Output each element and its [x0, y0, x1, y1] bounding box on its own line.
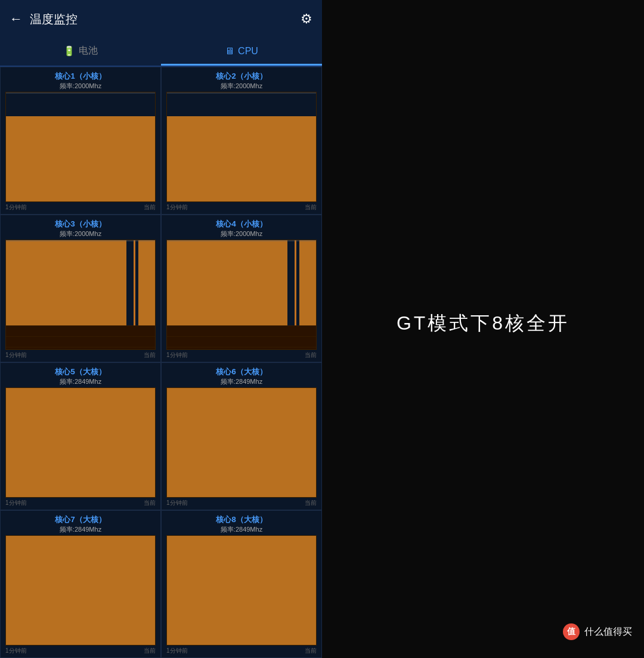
watermark-icon: 值 [563, 623, 580, 640]
core-7-labels: 1分钟前 当前 [5, 647, 156, 655]
core-card-5: 核心5（大核） 频率:2849Mhz 1分钟前 当前 [0, 362, 161, 510]
core-6-labels: 1分钟前 当前 [166, 499, 317, 507]
chart-label-right-5: 当前 [144, 499, 156, 507]
core-8-title: 核心8（大核） [166, 514, 317, 525]
core-3-labels: 1分钟前 当前 [5, 351, 156, 359]
core-4-chart [166, 240, 317, 350]
core-2-freq: 频率:2000Mhz [166, 82, 317, 91]
chart-label-right-7: 当前 [144, 647, 156, 655]
back-button[interactable]: ← [10, 11, 23, 27]
core-3-title: 核心3（小核） [5, 219, 156, 229]
core-card-6: 核心6（大核） 频率:2849Mhz 1分钟前 当前 [161, 362, 322, 510]
core-1-chart [5, 92, 156, 202]
header-left: ← 温度监控 [10, 11, 78, 27]
app-panel: ← 温度监控 ⚙ 🔋 电池 🖥 CPU 核心1（小核） 频率:2000Mhz 1 [0, 0, 322, 658]
tab-cpu[interactable]: 🖥 CPU [161, 38, 322, 66]
page-title: 温度监控 [30, 11, 78, 27]
core-1-title: 核心1（小核） [5, 71, 156, 82]
chart-label-right-6: 当前 [305, 499, 317, 507]
core-1-freq: 频率:2000Mhz [5, 82, 156, 91]
chart-label-right-3: 当前 [144, 351, 156, 359]
core-card-4: 核心4（小核） 频率:2000Mhz 1分钟前 当前 [161, 215, 322, 362]
core-card-8: 核心8（大核） 频率:2849Mhz 1分钟前 当前 [161, 510, 322, 658]
core-5-labels: 1分钟前 当前 [5, 499, 156, 507]
core-4-labels: 1分钟前 当前 [166, 351, 317, 359]
core-1-labels: 1分钟前 当前 [5, 203, 156, 212]
core-8-freq: 频率:2849Mhz [166, 525, 317, 534]
chart-label-left: 1分钟前 [5, 203, 27, 212]
core-7-title: 核心7（大核） [5, 514, 156, 525]
core-6-title: 核心6（大核） [166, 367, 317, 377]
core-card-3: 核心3（小核） 频率:2000Mhz 1分钟前 当前 [0, 215, 161, 362]
core-8-chart [166, 535, 317, 645]
header: ← 温度监控 ⚙ [0, 0, 322, 38]
chart-label-left-8: 1分钟前 [166, 647, 188, 655]
tab-battery[interactable]: 🔋 电池 [0, 38, 161, 66]
chart-label-left-5: 1分钟前 [5, 499, 27, 507]
chart-label-left-3: 1分钟前 [5, 351, 27, 359]
tab-battery-label: 电池 [79, 45, 98, 57]
core-7-chart [5, 535, 156, 645]
chart-label-left-6: 1分钟前 [166, 499, 188, 507]
settings-icon[interactable]: ⚙ [301, 11, 312, 27]
tab-bar: 🔋 电池 🖥 CPU [0, 38, 322, 67]
core-2-title: 核心2（小核） [166, 71, 317, 82]
core-7-freq: 频率:2849Mhz [5, 525, 156, 534]
core-3-chart [5, 240, 156, 350]
battery-icon: 🔋 [63, 45, 75, 57]
cores-grid: 核心1（小核） 频率:2000Mhz 1分钟前 当前 核心2（小核） 频率:20… [0, 67, 322, 658]
annotation-text: GT模式下8核全开 [397, 311, 569, 337]
core-4-title: 核心4（小核） [166, 219, 317, 229]
chart-label-right-4: 当前 [305, 351, 317, 359]
core-5-chart [5, 387, 156, 498]
chart-label-right-8: 当前 [305, 647, 317, 655]
core-4-freq: 频率:2000Mhz [166, 229, 317, 238]
core-6-chart [166, 387, 317, 498]
chart-label-left-7: 1分钟前 [5, 647, 27, 655]
core-2-chart [166, 92, 317, 202]
core-card-1: 核心1（小核） 频率:2000Mhz 1分钟前 当前 [0, 67, 161, 215]
core-2-labels: 1分钟前 当前 [166, 203, 317, 212]
core-3-freq: 频率:2000Mhz [5, 229, 156, 238]
core-5-freq: 频率:2849Mhz [5, 377, 156, 386]
core-card-7: 核心7（大核） 频率:2849Mhz 1分钟前 当前 [0, 510, 161, 658]
watermark-label: 什么值得买 [584, 626, 632, 638]
chart-label-left-4: 1分钟前 [166, 351, 188, 359]
watermark: 值 什么值得买 [563, 623, 632, 640]
chart-label-left-2: 1分钟前 [166, 203, 188, 212]
core-5-title: 核心5（大核） [5, 367, 156, 377]
right-panel: GT模式下8核全开 值 什么值得买 [322, 0, 644, 658]
tab-cpu-label: CPU [238, 46, 258, 57]
chart-label-right-2: 当前 [305, 203, 317, 212]
chart-label-right: 当前 [144, 203, 156, 212]
cpu-icon: 🖥 [225, 46, 234, 57]
core-6-freq: 频率:2849Mhz [166, 377, 317, 386]
core-8-labels: 1分钟前 当前 [166, 647, 317, 655]
core-card-2: 核心2（小核） 频率:2000Mhz 1分钟前 当前 [161, 67, 322, 215]
